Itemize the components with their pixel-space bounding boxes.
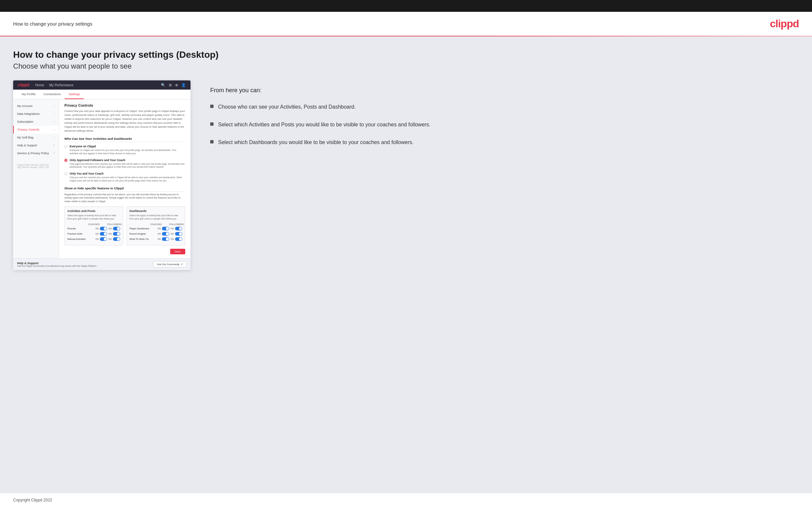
info-column: From here you can: Choose who can see yo… <box>204 80 799 156</box>
activity-rounds-label: Rounds <box>67 227 94 230</box>
round-coaches-on-label: ON <box>158 233 161 235</box>
round-followers-on-label: ON <box>170 233 174 235</box>
app-nav: clippd Home My Performance 🔍 ⊞ ⊕ 👤 <box>13 80 191 90</box>
dashboards-col: Dashboards Select the types of activity … <box>126 207 185 245</box>
sidebar-label-subscription: Subscription <box>17 120 34 123</box>
radio-only-you-label: Only You and Your Coach <box>70 172 185 175</box>
search-icon: 🔍 <box>161 83 165 87</box>
rounds-toggle-group: ON ON <box>94 227 120 230</box>
radio-only-you-circle[interactable] <box>64 172 67 175</box>
copyright: Copyright Clippd 2022 <box>13 498 52 502</box>
player-followers-toggle[interactable] <box>175 227 182 230</box>
app-screenshot: clippd Home My Performance 🔍 ⊞ ⊕ 👤 My Pr… <box>13 80 191 270</box>
radio-everyone-desc: Everyone on Clippd can search for you an… <box>70 149 185 155</box>
sidebar-item-help-support[interactable]: Help & Support ↗ <box>13 142 59 149</box>
radio-followers-coach-circle[interactable] <box>64 159 67 162</box>
round-coaches-toggle[interactable] <box>162 232 169 236</box>
top-bar <box>0 0 812 12</box>
subnav-my-profile[interactable]: My Profile <box>18 90 39 99</box>
subnav-settings[interactable]: Settings <box>65 90 84 99</box>
chevron-icon: › <box>54 113 55 115</box>
bullet-text-3: Select which Dashboards you would like t… <box>218 138 414 146</box>
page-document-title: How to change your privacy settings <box>13 21 92 26</box>
practice-toggle-group: ON ON <box>94 232 120 236</box>
main-content: How to change your privacy settings (Des… <box>0 37 812 493</box>
show-hide-desc: Regardless of the privacy controls that … <box>64 193 185 204</box>
activity-practice-label: Practice Drills <box>67 232 94 235</box>
bullet-icon-3 <box>210 140 213 144</box>
bullet-item-1: Choose who can see your Activities, Post… <box>210 103 799 111</box>
activities-col-title: Activities and Posts <box>67 209 120 213</box>
show-hide-title: Show or hide specific features in Clippd <box>64 186 185 192</box>
sidebar-item-my-golf-bag[interactable]: My Golf Bag › <box>13 133 59 142</box>
radio-only-you-desc: Only you and the coaches you connect wit… <box>70 176 185 182</box>
panel-description: Control how you and your data appears to… <box>64 109 185 133</box>
practice-coaches-toggle[interactable] <box>100 232 107 236</box>
bullet-icon-2 <box>210 122 213 126</box>
rounds-coaches-on-label: ON <box>96 227 99 230</box>
workOn-toggle-group: ON ON <box>156 237 182 241</box>
help-title: Help & Support <box>17 262 97 265</box>
manual-followers-toggle[interactable] <box>113 237 120 241</box>
coaches-header: COACHES <box>87 223 101 225</box>
dashboards-followers-header: FOLLOWERS <box>169 223 182 225</box>
chevron-icon-active: › <box>54 128 55 131</box>
rounds-coaches-toggle[interactable] <box>100 227 107 230</box>
help-section: Help & Support Visit the Clippd communit… <box>13 258 191 270</box>
sidebar-version: Clippd Client Version: 2022.8.2SQL Serve… <box>13 161 59 171</box>
sidebar-item-my-account[interactable]: My Account › <box>13 102 59 110</box>
save-button[interactable]: Save <box>170 249 185 254</box>
sidebar-label-service-privacy: Service & Privacy Policy <box>17 152 49 155</box>
page-title: How to change your privacy settings (Des… <box>13 50 799 60</box>
app-main-panel: Privacy Controls Control how you and you… <box>59 100 191 258</box>
visit-community-button[interactable]: Visit Our Community ↗ <box>153 261 187 268</box>
activities-col: Activities and Posts Select the types of… <box>64 207 123 245</box>
app-logo: clippd <box>18 83 29 87</box>
workOn-followers-toggle[interactable] <box>175 237 182 241</box>
external-link-icon: ↗ <box>181 263 183 266</box>
player-toggle-group: ON ON <box>156 227 182 230</box>
show-hide-section: Show or hide specific features in Clippd… <box>64 186 185 254</box>
subnav-connections[interactable]: Connections <box>39 90 65 99</box>
sidebar-label-help-support: Help & Support <box>17 144 37 147</box>
bullet-icon-1 <box>210 105 213 108</box>
radio-only-you: Only You and Your Coach Only you and the… <box>64 172 185 182</box>
sidebar-item-privacy-controls[interactable]: Privacy Controls › <box>13 126 59 133</box>
two-col-layout: clippd Home My Performance 🔍 ⊞ ⊕ 👤 My Pr… <box>13 80 799 270</box>
sidebar-item-subscription[interactable]: Subscription › <box>13 118 59 126</box>
app-nav-icons: 🔍 ⊞ ⊕ 👤 <box>161 83 186 87</box>
feature-columns: Activities and Posts Select the types of… <box>64 207 185 245</box>
practice-followers-toggle[interactable] <box>113 232 120 236</box>
dashboard-row-workOn: What To Work On ON ON <box>130 237 182 241</box>
sidebar-label-my-golf-bag: My Golf Bag <box>17 136 34 139</box>
dashboards-coaches-header: COACHES <box>149 223 163 225</box>
chevron-icon: › <box>54 136 55 139</box>
manual-coaches-toggle[interactable] <box>100 237 107 241</box>
manual-coaches-on-label: ON <box>96 238 99 240</box>
radio-everyone-text: Everyone on Clippd Everyone on Clippd ca… <box>70 145 185 155</box>
radio-everyone-circle[interactable] <box>64 145 67 148</box>
radio-everyone-label: Everyone on Clippd <box>70 145 185 148</box>
rounds-followers-toggle[interactable] <box>113 227 120 230</box>
practice-followers-on-label: ON <box>108 233 112 235</box>
sidebar-label-my-account: My Account <box>17 104 33 108</box>
footer: Copyright Clippd 2022 <box>0 493 812 507</box>
nav-my-performance: My Performance <box>49 83 73 87</box>
chevron-icon: › <box>54 120 55 123</box>
sidebar-item-service-privacy[interactable]: Service & Privacy Policy ↗ <box>13 149 59 157</box>
player-coaches-toggle[interactable] <box>162 227 169 230</box>
external-link-icon: ↗ <box>53 144 55 147</box>
external-link-icon: ↗ <box>53 152 55 155</box>
round-toggle-group: ON ON <box>156 232 182 236</box>
who-can-see-title: Who Can See Your Activities and Dashboar… <box>64 137 185 142</box>
workOn-coaches-toggle[interactable] <box>162 237 169 241</box>
radio-followers-coach-text: Only Approved Followers and Your Coach O… <box>70 159 185 169</box>
sidebar-label-privacy-controls: Privacy Controls <box>18 128 39 131</box>
round-followers-toggle[interactable] <box>175 232 182 236</box>
activity-row-manual: Manual Activities ON ON <box>67 237 120 241</box>
panel-title: Privacy Controls <box>64 103 185 107</box>
info-intro: From here you can: <box>210 87 799 94</box>
sidebar-item-data-integrations[interactable]: Data Integrations › <box>13 110 59 118</box>
radio-everyone: Everyone on Clippd Everyone on Clippd ca… <box>64 145 185 155</box>
help-text: Help & Support Visit the Clippd communit… <box>17 262 97 267</box>
